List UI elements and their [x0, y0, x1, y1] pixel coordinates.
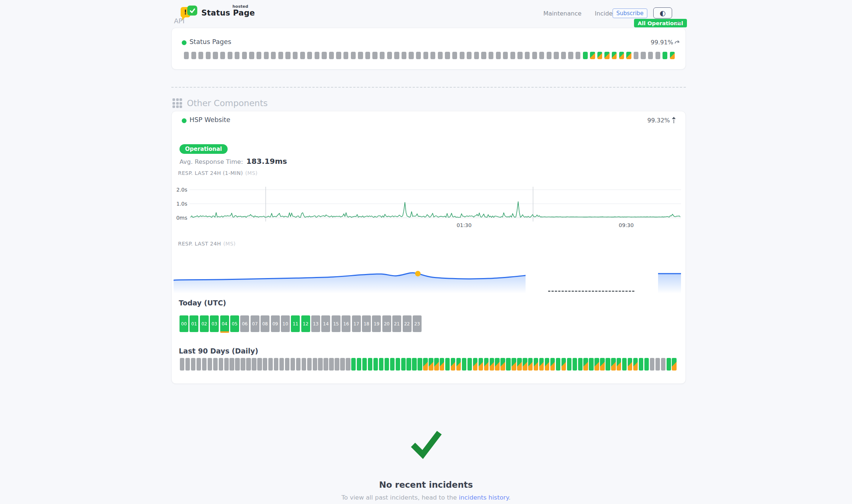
uptime-bar-nodata[interactable] — [372, 52, 377, 59]
uptime-bar-partial[interactable] — [611, 358, 615, 371]
uptime-bar-nodata[interactable] — [322, 52, 326, 59]
today-hour-cell[interactable]: 05 — [230, 315, 239, 332]
uptime-bar-nodata[interactable] — [291, 358, 295, 371]
uptime-bar-nodata[interactable] — [648, 52, 653, 59]
uptime-bar-nodata[interactable] — [268, 358, 273, 371]
uptime-bar-up[interactable] — [401, 358, 406, 371]
uptime-bar-up[interactable] — [351, 358, 356, 371]
uptime-bar-nodata[interactable] — [315, 52, 319, 59]
uptime-bar-nodata[interactable] — [249, 52, 254, 59]
uptime-bar-nodata[interactable] — [197, 358, 201, 371]
uptime-bar-nodata[interactable] — [285, 358, 289, 371]
chart-marker-dot[interactable] — [415, 271, 421, 277]
uptime-bar-up[interactable] — [445, 358, 450, 371]
uptime-bar-partial[interactable] — [628, 358, 632, 371]
uptime-bar-nodata[interactable] — [340, 358, 345, 371]
today-hour-cell[interactable]: 00 — [180, 315, 188, 332]
uptime-bar-partial[interactable] — [561, 358, 566, 371]
uptime-bar-nodata[interactable] — [246, 358, 251, 371]
uptime-bar-partial[interactable] — [534, 358, 538, 371]
uptime-bar-nodata[interactable] — [343, 52, 348, 59]
uptime-bar-up[interactable] — [667, 358, 671, 371]
uptime-bar-partial[interactable] — [490, 358, 494, 371]
today-hour-cell[interactable]: 15 — [332, 315, 341, 332]
today-hour-cell[interactable]: 17 — [352, 315, 361, 332]
uptime-bar-partial[interactable] — [517, 358, 521, 371]
today-hour-cell[interactable]: 12 — [301, 315, 310, 332]
uptime-bar-up[interactable] — [362, 358, 367, 371]
uptime-bar-nodata[interactable] — [185, 358, 190, 371]
uptime-bar-nodata[interactable] — [532, 52, 537, 59]
incidents-history-link[interactable]: incidents history — [459, 494, 509, 501]
uptime-bar-nodata[interactable] — [561, 52, 566, 59]
uptime-bar-partial[interactable] — [539, 358, 544, 371]
uptime-bar-nodata[interactable] — [481, 52, 486, 59]
uptime-bar-nodata[interactable] — [241, 358, 245, 371]
uptime-bar-nodata[interactable] — [318, 358, 322, 371]
uptime-bar-up[interactable] — [556, 358, 560, 371]
uptime-bar-up[interactable] — [396, 358, 400, 371]
uptime-bar-nodata[interactable] — [346, 358, 350, 371]
uptime-bar-up[interactable] — [644, 358, 649, 371]
uptime-bar-partial[interactable] — [545, 358, 549, 371]
uptime-bar-nodata[interactable] — [394, 52, 399, 59]
uptime-bar-nodata[interactable] — [278, 52, 283, 59]
uptime-bar-partial[interactable] — [550, 358, 555, 371]
today-hour-cell[interactable]: 14 — [321, 315, 330, 332]
uptime-bar-nodata[interactable] — [474, 52, 479, 59]
today-hour-cell[interactable]: 16 — [342, 315, 350, 332]
uptime-bar-up[interactable] — [412, 358, 416, 371]
uptime-bar-nodata[interactable] — [452, 52, 457, 59]
uptime-bar-nodata[interactable] — [358, 52, 363, 59]
uptime-bar-nodata[interactable] — [252, 358, 256, 371]
uptime-bar-nodata[interactable] — [180, 358, 184, 371]
uptime-bar-up[interactable] — [390, 358, 395, 371]
today-hour-cell[interactable]: 03 — [210, 315, 219, 332]
uptime-bar-partial[interactable] — [670, 52, 675, 59]
uptime-bar-up[interactable] — [573, 358, 577, 371]
uptime-bar-nodata[interactable] — [445, 52, 450, 59]
collapse-arrow-up-icon[interactable] — [671, 116, 677, 125]
uptime-bar-nodata[interactable] — [235, 52, 239, 59]
uptime-bar-nodata[interactable] — [300, 52, 305, 59]
uptime-bar-nodata[interactable] — [274, 358, 278, 371]
today-hour-cell[interactable]: 18 — [362, 315, 371, 332]
uptime-bar-nodata[interactable] — [489, 52, 493, 59]
uptime-bar-up[interactable] — [467, 358, 472, 371]
today-hour-cell[interactable]: 04 — [220, 315, 229, 332]
uptime-bar-partial[interactable] — [511, 358, 516, 371]
uptime-bar-nodata[interactable] — [323, 358, 328, 371]
uptime-bar-nodata[interactable] — [198, 52, 203, 59]
uptime-bar-nodata[interactable] — [213, 52, 218, 59]
uptime-bar-nodata[interactable] — [242, 52, 247, 59]
uptime-bar-up[interactable] — [622, 358, 627, 371]
subscribe-button[interactable]: Subscribe — [613, 9, 647, 18]
uptime-bar-nodata[interactable] — [257, 358, 262, 371]
uptime-bar-up[interactable] — [567, 358, 571, 371]
uptime-bar-nodata[interactable] — [313, 358, 317, 371]
uptime-bar-nodata[interactable] — [655, 358, 660, 371]
refresh-icon[interactable] — [674, 39, 681, 46]
uptime-bar-nodata[interactable] — [576, 52, 580, 59]
uptime-bar-partial[interactable] — [473, 358, 477, 371]
uptime-bar-nodata[interactable] — [307, 52, 312, 59]
uptime-bar-up[interactable] — [578, 358, 583, 371]
uptime-bar-partial[interactable] — [434, 358, 439, 371]
uptime-bar-partial[interactable] — [523, 358, 527, 371]
uptime-bar-nodata[interactable] — [365, 52, 370, 59]
uptime-bar-nodata[interactable] — [336, 52, 341, 59]
uptime-bar-up[interactable] — [373, 358, 378, 371]
nav-link-maintenance[interactable]: Maintenance — [543, 10, 581, 17]
uptime-bar-nodata[interactable] — [460, 52, 464, 59]
uptime-bar-nodata[interactable] — [271, 52, 276, 59]
uptime-bar-nodata[interactable] — [496, 52, 501, 59]
uptime-bar-nodata[interactable] — [228, 52, 232, 59]
today-hour-cell[interactable]: 08 — [261, 315, 269, 332]
uptime-bar-nodata[interactable] — [650, 358, 654, 371]
uptime-bar-nodata[interactable] — [224, 358, 229, 371]
uptime-bar-nodata[interactable] — [547, 52, 551, 59]
uptime-bar-nodata[interactable] — [302, 358, 306, 371]
today-hour-cell[interactable]: 02 — [200, 315, 209, 332]
uptime-bar-partial[interactable] — [479, 358, 483, 371]
uptime-bar-nodata[interactable] — [380, 52, 385, 59]
